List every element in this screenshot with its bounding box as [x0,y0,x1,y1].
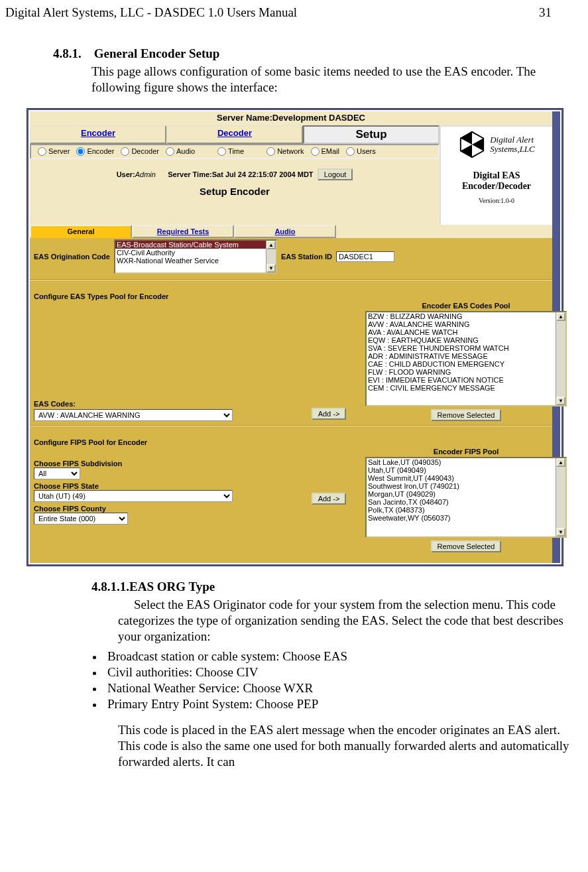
scroll-down-icon[interactable]: ▼ [556,397,565,405]
tab-decoder[interactable]: Decoder [166,125,303,144]
fips-county-label: Choose FIPS County [34,505,292,513]
pool-item[interactable]: ADR : ADMINISTRATIVE MESSAGE [367,352,565,360]
remove-code-button[interactable]: Remove Selected [431,409,502,421]
brand-product: Digital EAS Encoder/Decoder [443,170,550,192]
subsection-body: Select the EAS Originator code for your … [118,597,583,645]
logout-button[interactable]: Logout [318,168,353,180]
origin-opt-wxr[interactable]: WXR-National Weather Service [115,257,276,265]
pool-item[interactable]: Southwest Iron,UT (749021) [367,482,565,490]
radio-email[interactable]: EMail [307,147,340,156]
pool-item[interactable]: Sweetwater,WY (056037) [367,514,565,522]
remove-fips-button[interactable]: Remove Selected [431,540,502,552]
pool-item[interactable]: EQW : EARTHQUAKE WARNING [367,336,565,344]
fips-pool-listbox[interactable]: Salt Lake,UT (049035) Utah,UT (049049) W… [365,457,567,538]
scrollbar[interactable]: ▲ ▼ [556,458,565,536]
origin-opt-eas[interactable]: EAS-Broadcast Station/Cable System [115,241,276,249]
pool-item[interactable]: Polk,TX (048373) [367,506,565,514]
scroll-down-icon[interactable]: ▼ [266,264,276,273]
add-fips-button[interactable]: Add -> [312,493,347,505]
add-code-button[interactable]: Add -> [312,408,347,420]
server-time-label: Server Time: [168,170,211,178]
setup-radio-strip: Server Encoder Decoder Audio Time Networ… [30,144,440,159]
pool-item[interactable]: CEM : CIVIL EMERGENCY MESSAGE [367,384,565,392]
server-name-title: Server Name:Development DASDEC [30,111,552,125]
origin-opt-civ[interactable]: CIV-Civil Authority [115,249,276,257]
tab-setup[interactable]: Setup [303,125,440,144]
section-intro: This page allows configuration of some b… [91,64,583,96]
codes-pool-header: Encoder EAS Codes Pool [365,302,567,311]
user-line: User:Admin Server Time:Sat Jul 24 22:15:… [30,159,440,183]
radio-decoder[interactable]: Decoder [117,147,159,156]
fips-sub-select[interactable]: All [34,467,80,479]
subsection-heading: 4.8.1.1.EAS ORG Type [91,580,583,594]
eas-codes-label: EAS Codes: [34,400,292,409]
pool-item[interactable]: San Jacinto,TX (048407) [367,498,565,506]
fips-pool-title: Encoder FIPS Pool [365,448,567,457]
station-id-label: EAS Station ID [281,253,332,261]
scroll-up-icon[interactable]: ▲ [266,241,276,249]
org-bullet-list: Broadcast station or cable system: Choos… [5,649,583,712]
subsection-number: 4.8.1.1. [91,580,129,593]
types-pool-header: Configure EAS Types Pool for Encoder [30,284,552,302]
tab-encoder[interactable]: Encoder [30,125,166,144]
brand-logo-icon [458,131,486,158]
main-tab-row: Encoder Decoder Setup [30,125,440,144]
subtab-general[interactable]: General [30,225,132,238]
page-number: 31 [539,5,552,20]
radio-audio[interactable]: Audio [162,147,195,156]
fips-state-label: Choose FIPS State [34,482,292,490]
bullet-item: National Weather Service: Choose WXR [103,681,583,696]
doc-title: Digital Alert Systems, LLC - DASDEC 1.0 … [5,5,297,19]
section-heading: 4.8.1. General Encoder Setup [53,46,583,61]
brand-version: Version:1.0-0 [443,197,550,204]
pool-item[interactable]: EVI : IMMEDIATE EVACUATION NOTICE [367,376,565,384]
user-label: User: [117,170,135,178]
sub-tab-row: General Required Tests Audio [30,225,552,238]
brand-line1: Digital Alert [490,135,535,145]
continuation-paragraph: This code is placed in the EAS alert mes… [118,722,583,771]
pool-item[interactable]: AVA : AVALANCHE WATCH [367,328,565,336]
eas-codes-select[interactable]: AVW : AVALANCHE WARNING [34,409,233,421]
fips-sub-label: Choose FIPS Subdivision [34,460,292,467]
radio-encoder[interactable]: Encoder [72,147,114,156]
bullet-item: Broadcast station or cable system: Choos… [103,649,583,664]
pool-item[interactable]: FLW : FLOOD WARNING [367,368,565,376]
scroll-up-icon[interactable]: ▲ [556,458,565,467]
scroll-down-icon[interactable]: ▼ [556,528,565,536]
fips-county-select[interactable]: Entire State (000) [34,513,128,525]
radio-network[interactable]: Network [263,147,304,156]
brand-panel: Digital Alert Systems,LLC Digital EAS En… [440,125,552,225]
setup-encoder-title: Setup Encoder [30,183,440,201]
origination-select[interactable]: EAS-Broadcast Station/Cable System CIV-C… [114,239,277,274]
section-number: 4.8.1. [53,46,82,60]
user-name: Admin [135,170,156,178]
radio-time[interactable]: Time [213,147,244,156]
scrollbar[interactable]: ▲ ▼ [556,312,565,405]
pool-item[interactable]: West Summit,UT (449043) [367,474,565,482]
pool-item[interactable]: Utah,UT (049049) [367,466,565,474]
subtab-audio[interactable]: Audio [234,225,336,238]
station-id-input[interactable] [336,251,394,262]
subtab-required-tests[interactable]: Required Tests [132,225,234,238]
radio-server[interactable]: Server [34,147,70,156]
doc-header: Digital Alert Systems, LLC - DASDEC 1.0 … [5,5,583,20]
bullet-item: Primary Entry Point System: Choose PEP [103,697,583,712]
fips-state-select[interactable]: Utah (UT) (49) [34,490,233,502]
fips-pool-header: Configure FIPS Pool for Encoder [30,430,552,448]
pool-item[interactable]: CAE : CHILD ABDUCTION EMERGENCY [367,360,565,368]
codes-pool-listbox[interactable]: BZW : BLIZZARD WARNING AVW : AVALANCHE W… [365,311,567,406]
pool-item[interactable]: Morgan,UT (049029) [367,490,565,498]
subsection-title: EAS ORG Type [129,580,215,593]
scroll-up-icon[interactable]: ▲ [556,312,565,321]
app-screenshot: Server Name:Development DASDEC Encoder D… [27,108,563,566]
pool-item[interactable]: Salt Lake,UT (049035) [367,458,565,466]
pool-item[interactable]: SVA : SEVERE THUNDERSTORM WATCH [367,344,565,352]
brand-line2: Systems,LLC [490,145,535,154]
pool-item[interactable]: BZW : BLIZZARD WARNING [367,312,565,320]
origination-label: EAS Origination Code [34,253,110,261]
scrollbar[interactable]: ▲ ▼ [266,241,276,273]
section-title: General Encoder Setup [94,46,220,60]
pool-item[interactable]: AVW : AVALANCHE WARNING [367,320,565,328]
bullet-item: Civil authorities: Choose CIV [103,665,583,680]
radio-users[interactable]: Users [342,147,376,156]
